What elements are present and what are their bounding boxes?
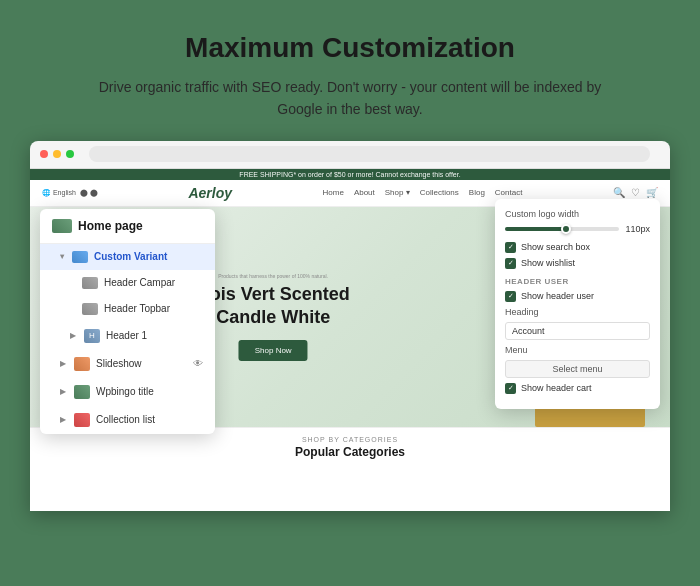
slideshow-icon	[74, 357, 90, 371]
shop-now-button[interactable]: Shop Now	[239, 340, 308, 361]
cart-checkbox[interactable]: ✓	[505, 383, 516, 394]
eye-icon[interactable]: 👁	[193, 358, 203, 369]
customizer-item-label: Slideshow	[96, 358, 142, 369]
customizer-item-header1[interactable]: ▶ H Header 1	[40, 322, 215, 350]
header1-icon: H	[84, 329, 100, 343]
check-icon: ✓	[508, 259, 514, 267]
header-user-checkbox[interactable]: ✓	[505, 291, 516, 302]
shop-by-label: SHOP BY CATEGORIES	[42, 436, 658, 443]
hero-product-name: Bois Vert ScentedCandle White	[197, 283, 350, 330]
menu-label: Menu	[505, 345, 650, 355]
show-search-row: ✓ Show search box	[505, 242, 650, 253]
popular-categories-title: Popular Categories	[42, 445, 658, 459]
heading-input[interactable]	[505, 322, 650, 340]
customizer-item-slideshow[interactable]: ▶ Slideshow 👁	[40, 350, 215, 378]
store-nav-links: Home About Shop ▾ Collections Blog Conta…	[323, 188, 523, 197]
variant-icon	[72, 251, 88, 263]
search-checkbox[interactable]: ✓	[505, 242, 516, 253]
show-cart-row: ✓ Show header cart	[505, 383, 650, 394]
hero-title: Maximum Customization	[40, 32, 660, 64]
browser-url-bar	[89, 146, 650, 162]
customizer-item-label: Header Campar	[104, 277, 175, 288]
logo-width-label: Custom logo width	[505, 209, 650, 219]
customizer-item-header-topbar[interactable]: Header Topbar	[40, 296, 215, 322]
show-wishlist-label: Show wishlist	[521, 258, 575, 268]
logo-width-value: 110px	[625, 224, 650, 234]
customizer-item-label: Header Topbar	[104, 303, 170, 314]
select-menu-button[interactable]: Select menu	[505, 360, 650, 378]
show-wishlist-row: ✓ Show wishlist	[505, 258, 650, 269]
slider-thumb	[561, 224, 571, 234]
customizer-item-label: Wpbingo title	[96, 386, 154, 397]
collection-icon	[74, 413, 90, 427]
store-announcement: FREE SHIPPING* on order of $50 or more! …	[30, 169, 670, 180]
chevron-right-icon: ▶	[70, 331, 76, 340]
check-icon: ✓	[508, 243, 514, 251]
chevron-right-icon: ▶	[60, 387, 66, 396]
customizer-item-collection-list[interactable]: ▶ Collection list	[40, 406, 215, 434]
hero-tagline: Products that harness the power of 100% …	[197, 273, 350, 279]
logo-width-slider[interactable]	[505, 227, 619, 231]
hero-product-container: Products that harness the power of 100% …	[197, 273, 350, 361]
chevron-down-icon: ▾	[60, 252, 64, 261]
browser-dot-maximize	[66, 150, 74, 158]
slider-fill	[505, 227, 568, 231]
show-cart-label: Show header cart	[521, 383, 592, 393]
customizer-item-label: Header 1	[106, 330, 147, 341]
wishlist-checkbox[interactable]: ✓	[505, 258, 516, 269]
show-header-user-row: ✓ Show header user	[505, 291, 650, 302]
header-user-section-title: HEADER USER	[505, 277, 650, 286]
wpbingo-icon	[74, 385, 90, 399]
store-lang: 🌐 English ⬤ ⬤	[42, 189, 98, 197]
browser-bar	[30, 141, 670, 169]
browser-dot-minimize	[53, 150, 61, 158]
heading-label: Heading	[505, 307, 650, 317]
customizer-item-custom-variant[interactable]: ▾ Custom Variant	[40, 244, 215, 270]
customizer-header: Home page	[40, 209, 215, 244]
hero-section: Maximum Customization Drive organic traf…	[0, 0, 700, 141]
chevron-right-icon: ▶	[60, 359, 66, 368]
customizer-item-label: Collection list	[96, 414, 155, 425]
customizer-title: Home page	[78, 219, 143, 233]
chevron-right-icon: ▶	[60, 415, 66, 424]
browser-content: FREE SHIPPING* on order of $50 or more! …	[30, 169, 670, 511]
header-topbar-icon	[82, 303, 98, 315]
header-campar-icon	[82, 277, 98, 289]
customizer-item-wpbingo[interactable]: ▶ Wpbingo title	[40, 378, 215, 406]
check-icon: ✓	[508, 292, 514, 300]
check-icon: ✓	[508, 384, 514, 392]
customizer-item-header-campar[interactable]: Header Campar	[40, 270, 215, 296]
browser-mockup: FREE SHIPPING* on order of $50 or more! …	[30, 141, 670, 511]
customizer-header-icon	[52, 219, 72, 233]
logo-slider-row: 110px	[505, 224, 650, 234]
settings-panel: Custom logo width 110px ✓ Show search bo…	[495, 199, 660, 409]
customizer-panel: Home page ▾ Custom Variant Header Campar…	[40, 209, 215, 434]
customizer-item-label: Custom Variant	[94, 251, 167, 262]
hero-subtitle: Drive organic traffic with SEO ready. Do…	[90, 76, 610, 121]
store-nav-icons: 🔍 ♡ 🛒	[613, 187, 658, 198]
browser-dot-close	[40, 150, 48, 158]
show-header-user-label: Show header user	[521, 291, 594, 301]
show-search-label: Show search box	[521, 242, 590, 252]
store-logo: Aerloy	[188, 185, 232, 201]
